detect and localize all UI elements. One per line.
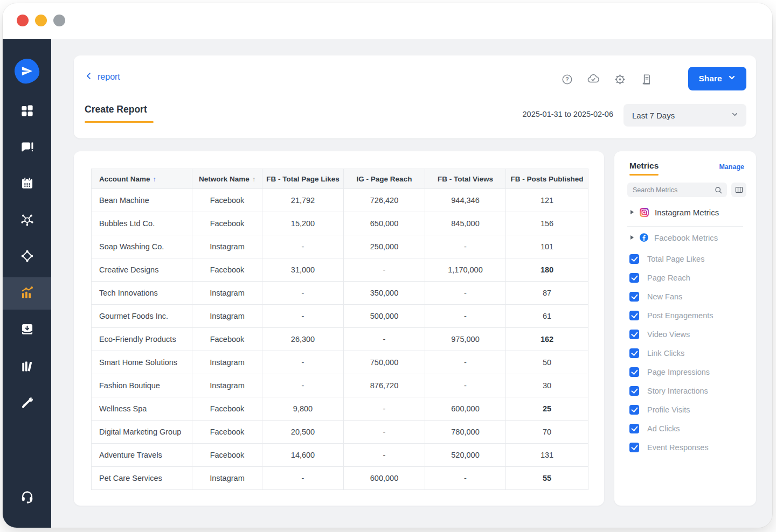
metric-checkbox[interactable] [629, 348, 639, 358]
metric-group-instagram[interactable]: Instagram Metrics [630, 206, 719, 219]
column-header-0[interactable]: Account Name↑ [92, 169, 192, 189]
metric-checkbox[interactable] [629, 330, 639, 339]
cell-account: Digital Marketing Group [92, 421, 192, 444]
sidebar-item-logo[interactable] [3, 57, 51, 86]
column-header-3[interactable]: IG - Page Reach [344, 169, 425, 189]
cell-network: Instagram [192, 467, 262, 490]
sidebar-item-support[interactable] [3, 481, 51, 514]
metric-checkbox[interactable] [629, 386, 639, 396]
cell-ig_page_reach: - [344, 328, 425, 351]
metric-checkbox[interactable] [629, 367, 639, 377]
cell-ig_page_reach: 726,420 [344, 189, 425, 212]
sidebar-item-dashboard[interactable] [3, 95, 51, 128]
cell-fb_total_views: - [425, 282, 506, 305]
cell-fb_posts_published: 101 [506, 235, 588, 258]
metric-label: Link Clicks [647, 349, 684, 358]
cell-ig_page_reach: 350,000 [344, 282, 425, 305]
table-row: Adventure TravelsFacebook14,600-520,0001… [92, 444, 588, 467]
column-header-4[interactable]: FB - Total Views [425, 169, 506, 189]
cell-fb_posts_published: 156 [506, 212, 588, 235]
close-window-button[interactable] [17, 15, 29, 26]
caret-right-icon [630, 235, 634, 240]
title-underline [85, 121, 154, 123]
metric-checkbox[interactable] [629, 405, 639, 415]
table-row: Soap Washing Co.Instagram-250,000-101 [92, 235, 588, 258]
window-titlebar [3, 3, 772, 39]
cell-fb_total_page_likes: 14,600 [262, 444, 344, 467]
cell-fb_total_views: 520,000 [425, 444, 506, 467]
cell-ig_page_reach: - [344, 258, 425, 282]
cell-fb_total_views: 600,000 [425, 397, 506, 421]
column-header-1[interactable]: Network Name↑ [192, 169, 262, 189]
cell-fb_posts_published: 70 [506, 421, 588, 444]
notes-icon[interactable] [640, 73, 653, 86]
metric-label: Post Engagements [647, 311, 713, 320]
manage-link[interactable]: Manage [719, 163, 744, 171]
cell-network: Instagram [192, 374, 262, 397]
app-logo-icon [13, 58, 41, 85]
metric-checkbox[interactable] [629, 443, 639, 452]
cell-account: Fashion Boutique [92, 374, 192, 397]
tools-icon [20, 396, 34, 412]
settings-icon[interactable] [613, 73, 626, 86]
sidebar-item-calendar[interactable] [3, 168, 51, 200]
cell-fb_posts_published: 162 [506, 328, 588, 351]
cell-ig_page_reach: - [344, 421, 425, 444]
cell-fb_total_views: - [425, 305, 506, 328]
minimize-window-button[interactable] [35, 15, 47, 26]
metric-checkbox[interactable] [629, 273, 639, 283]
metric-label: Total Page Likes [647, 255, 704, 263]
period-dropdown[interactable]: Last 7 Days [623, 104, 746, 127]
sidebar-item-inbox[interactable] [3, 314, 51, 346]
diamond-nodes-icon [20, 249, 34, 265]
cell-account: Creative Designs [92, 258, 192, 282]
main-content: report ? Share [51, 39, 772, 528]
metric-row: Video Views [629, 325, 751, 344]
metric-label: Page Reach [647, 274, 690, 282]
library-books-icon [20, 359, 34, 376]
share-button[interactable]: Share [688, 67, 746, 90]
cloud-sync-icon[interactable] [587, 73, 600, 86]
sidebar-item-collaboration[interactable] [3, 241, 51, 273]
table-row: Pet Care ServicesInstagram-600,000-55 [92, 467, 588, 490]
back-link[interactable]: report [85, 72, 120, 82]
sidebar-item-tools[interactable] [3, 388, 51, 420]
cell-account: Gourmet Foods Inc. [92, 305, 192, 328]
column-header-2[interactable]: FB - Total Page Likes [262, 169, 344, 189]
metric-checkbox[interactable] [629, 254, 639, 264]
sidebar-item-accounts[interactable] [3, 204, 51, 236]
sidebar-item-analytics[interactable] [3, 277, 51, 310]
metric-checkbox[interactable] [629, 424, 639, 433]
cell-network: Instagram [192, 282, 262, 305]
cell-fb_posts_published: 55 [506, 467, 588, 490]
zoom-window-button[interactable] [53, 15, 65, 26]
cell-account: Tech Innovations [92, 282, 192, 305]
cell-fb_total_views: - [425, 351, 506, 374]
cell-account: Pet Care Services [92, 467, 192, 490]
metric-checkbox-list: Total Page LikesPage ReachNew FansPost E… [629, 249, 751, 457]
cell-fb_total_page_likes: 9,800 [262, 397, 344, 421]
metric-group-label: Instagram Metrics [655, 208, 719, 217]
columns-toggle-button[interactable] [731, 183, 746, 197]
sidebar-item-posts[interactable] [3, 132, 51, 164]
column-label: FB - Total Views [438, 175, 493, 183]
cell-network: Facebook [192, 258, 262, 282]
metrics-title: Metrics [629, 161, 659, 171]
cell-fb_total_page_likes: - [262, 467, 344, 490]
headset-icon [20, 489, 34, 506]
metric-group-facebook[interactable]: Facebook Metrics [630, 231, 718, 244]
search-metrics-input[interactable] [627, 183, 727, 197]
column-header-5[interactable]: FB - Posts Published [506, 169, 588, 189]
cell-account: Wellness Spa [92, 397, 192, 421]
chevron-down-icon [731, 110, 739, 120]
sidebar-item-library[interactable] [3, 351, 51, 383]
cell-fb_total_page_likes: - [262, 235, 344, 258]
metric-checkbox[interactable] [629, 292, 639, 302]
metric-label: Ad Clicks [647, 424, 680, 433]
cell-fb_total_views: - [425, 235, 506, 258]
help-icon[interactable]: ? [560, 73, 573, 86]
metric-checkbox[interactable] [629, 311, 639, 320]
dashboard-icon [20, 103, 34, 120]
cell-network: Facebook [192, 397, 262, 421]
cell-fb_total_views: - [425, 374, 506, 397]
